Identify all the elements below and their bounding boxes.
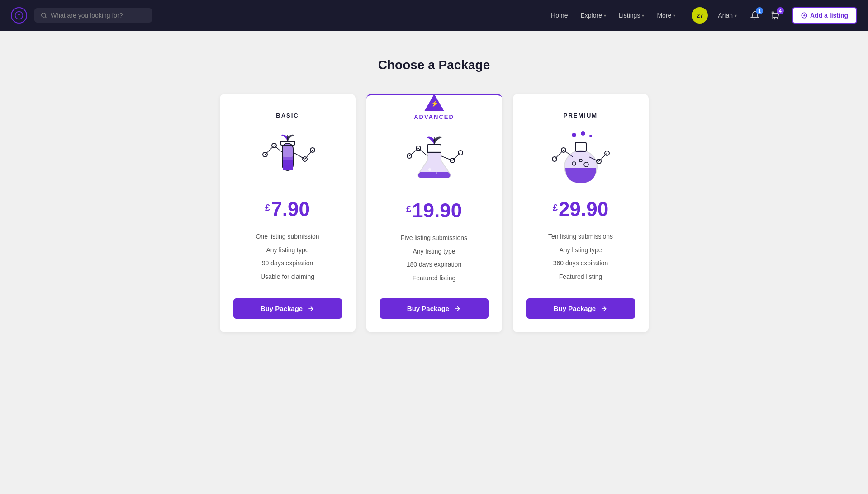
svg-line-30 [418, 148, 427, 156]
svg-line-45 [555, 150, 564, 159]
feature-item: Featured listing [548, 270, 613, 284]
package-name-advanced: ADVANCED [414, 113, 454, 120]
feature-item: Featured listing [401, 272, 467, 285]
package-features-basic: One listing submission Any listing type … [256, 230, 319, 285]
nav-explore[interactable]: Explore ▾ [575, 8, 611, 23]
explore-chevron: ▾ [604, 13, 606, 18]
svg-point-4 [774, 19, 775, 19]
buy-package-basic-button[interactable]: Buy Package [233, 298, 342, 319]
packages-grid: BASIC [163, 94, 706, 332]
feature-item: Any listing type [548, 244, 613, 257]
search-bar[interactable] [34, 8, 152, 23]
feature-item: Any listing type [401, 245, 467, 259]
page-title: Choose a Package [9, 58, 859, 72]
nav-listings[interactable]: Listings ▾ [613, 8, 650, 23]
main-content: Choose a Package BASIC [0, 31, 868, 368]
package-card-basic: BASIC [220, 94, 356, 332]
feature-item: Five listing submissions [401, 231, 467, 245]
add-listing-icon [801, 12, 807, 19]
nav-more[interactable]: More ▾ [651, 8, 681, 23]
nav-home[interactable]: Home [545, 8, 573, 23]
featured-badge: ⚡ [424, 94, 444, 113]
svg-line-16 [293, 152, 305, 159]
buy-package-premium-button[interactable]: Buy Package [526, 298, 635, 319]
arrow-right-icon [307, 305, 314, 312]
svg-text:⚡: ⚡ [430, 100, 438, 108]
package-price-premium: £ 29.90 [553, 199, 608, 219]
package-illustration-advanced [403, 131, 466, 190]
nav-links: Home Explore ▾ Listings ▾ More ▾ [545, 8, 681, 23]
navbar: Home Explore ▾ Listings ▾ More ▾ 27 Aria… [0, 0, 868, 31]
feature-item: 90 days expiration [256, 257, 319, 270]
svg-point-41 [581, 131, 585, 136]
package-illustration-basic [256, 130, 319, 188]
buy-package-advanced-button[interactable]: Buy Package [380, 298, 489, 319]
svg-line-49 [599, 153, 607, 161]
feature-item: One listing submission [256, 230, 319, 244]
svg-line-2 [45, 17, 47, 18]
notification-badge: 1 [756, 7, 763, 14]
arrow-right-icon [600, 305, 607, 312]
svg-line-29 [409, 148, 418, 156]
svg-rect-22 [283, 165, 293, 170]
feature-item: Ten listing submissions [548, 230, 613, 244]
svg-point-36 [428, 168, 431, 171]
package-card-advanced: ⚡ ADVANCED [366, 94, 502, 332]
user-chevron: ▾ [735, 13, 737, 18]
listings-chevron: ▾ [642, 13, 644, 18]
arrow-right-icon [454, 305, 461, 312]
svg-line-34 [441, 156, 452, 160]
package-price-basic: £ 7.90 [265, 199, 310, 219]
svg-line-33 [452, 153, 460, 160]
package-features-advanced: Five listing submissions Any listing typ… [401, 231, 467, 285]
package-name-premium: PREMIUM [564, 112, 598, 119]
nav-user-name[interactable]: Arian ▾ [712, 8, 742, 23]
svg-line-11 [265, 146, 274, 155]
svg-point-0 [15, 12, 23, 19]
svg-line-12 [274, 146, 282, 152]
svg-point-37 [436, 172, 437, 174]
package-name-basic: BASIC [276, 112, 299, 119]
svg-point-40 [572, 133, 576, 137]
notifications-button[interactable]: 1 [747, 7, 763, 24]
package-price-advanced: £ 19.90 [406, 201, 462, 221]
feature-item: 360 days expiration [548, 257, 613, 270]
svg-point-1 [42, 13, 46, 17]
package-card-premium: PREMIUM [513, 94, 649, 332]
package-illustration-premium [549, 130, 612, 188]
site-logo[interactable] [11, 7, 27, 24]
add-listing-button[interactable]: Add a listing [792, 7, 857, 24]
cart-badge: 4 [777, 7, 784, 14]
svg-point-42 [589, 135, 592, 137]
user-avatar[interactable]: 27 [692, 7, 708, 24]
package-features-premium: Ten listing submissions Any listing type… [548, 230, 613, 285]
feature-item: Usable for claiming [256, 270, 319, 284]
user-section: 27 Arian ▾ 1 4 Add a listing [692, 7, 857, 24]
feature-item: 180 days expiration [401, 258, 467, 272]
svg-line-15 [305, 150, 313, 159]
svg-point-5 [777, 19, 778, 19]
more-chevron: ▾ [673, 13, 675, 18]
search-input[interactable] [51, 12, 146, 19]
search-icon [41, 12, 47, 19]
cart-button[interactable]: 4 [768, 7, 784, 24]
feature-item: Any listing type [256, 244, 319, 257]
